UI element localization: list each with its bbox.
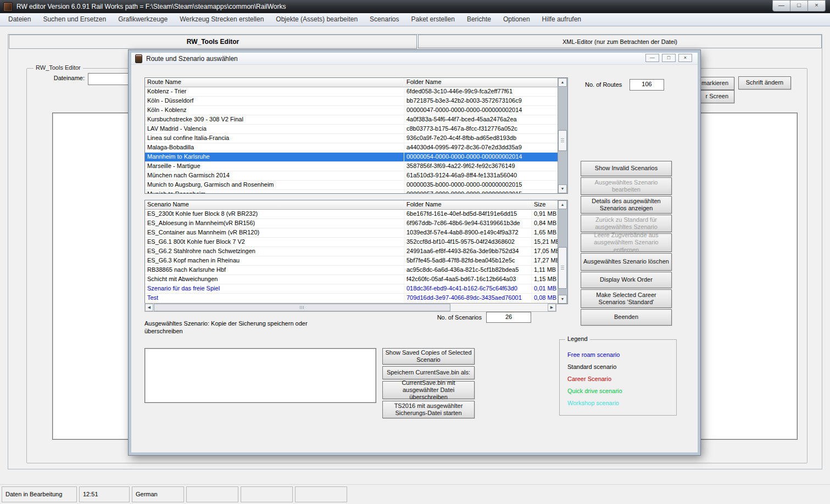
dialog-minimize-icon[interactable]: — — [645, 54, 659, 62]
scenario-list-scrollbar[interactable]: ▲ ▼ — [558, 200, 567, 304]
table-row[interactable]: ES_G6.3 Kopf machen in Rheinau 5bf7fe45-… — [145, 256, 558, 266]
dialog-close-icon[interactable]: × — [678, 54, 692, 62]
legend-item: Quick drive scenario — [567, 385, 676, 397]
dialog-side-button[interactable]: Leere Zugverbände aus ausgewähltem Szena… — [581, 233, 672, 252]
scenario-size-cell: 17,27 MB — [532, 256, 558, 265]
scenario-size-cell: 0,08 MB — [532, 294, 558, 303]
table-row[interactable]: Munich to Augsburg, Garmisch and Rosenhe… — [145, 181, 558, 190]
scenario-folder-cell: 709d16dd-3e97-4066-89dc-3435aed76001 — [404, 294, 532, 303]
table-row[interactable]: Mannheim to Karlsruhe 00000054-0000-0000… — [145, 153, 558, 162]
dialog-maximize-icon[interactable]: □ — [662, 54, 676, 62]
dialog-content: Route Name Folder Name Koblenz - Trier 6… — [131, 65, 698, 452]
route-list-scrollbar[interactable]: ▲ ▼ — [558, 78, 567, 193]
table-row[interactable]: ES_Container aus Mannheim (vR BR120) 103… — [145, 228, 558, 238]
column-header-folder-name[interactable]: Folder Name — [404, 200, 532, 209]
menu-item[interactable]: Objekte (Assets) bearbeiten — [270, 13, 364, 26]
route-name-cell: München nach Garmisch 2014 — [145, 171, 404, 180]
table-row[interactable]: ES_G6.2 Stahlrohre nach Schwetzingen 249… — [145, 247, 558, 256]
dialog-side-button[interactable]: Ausgewähltes Szenario bearbeiten — [581, 177, 672, 195]
tab-xml-editor[interactable]: XML-Editor (nur zum Betrachten der Datei… — [418, 35, 822, 48]
table-row[interactable]: Test 709d16dd-3e97-4066-89dc-3435aed7600… — [145, 294, 558, 303]
menu-item[interactable]: Grafikwerkzeuge — [112, 13, 174, 26]
status-panel — [295, 486, 347, 502]
status-panel — [186, 486, 238, 502]
table-row[interactable]: Köln - Koblenz 00000047-0000-0000-0000-0… — [145, 106, 558, 115]
column-header-route-name[interactable]: Route Name — [145, 78, 404, 87]
menu-item[interactable]: Suchen und Ersetzen — [37, 13, 112, 26]
table-row[interactable]: ES_Abloesung in Mannheim(vR BR156) 6f967… — [145, 219, 558, 228]
dialog-side-button[interactable]: Ausgewähltes Szenario löschen — [581, 253, 672, 271]
route-name-cell: Mannheim to Karlsruhe — [145, 153, 404, 161]
legend-item: Career Scenario — [567, 373, 676, 385]
scrollbar-thumb[interactable] — [558, 130, 567, 151]
table-row[interactable]: ES_G6.1 800t Kohle fuer Block 7 V2 352cc… — [145, 238, 558, 247]
scenario-horizontal-scrollbar[interactable]: ◀ ▶ — [144, 303, 556, 312]
scrollbar-thumb[interactable] — [558, 247, 567, 289]
save-note: Ausgewähltes Szenario: Kopie der Sicheru… — [144, 320, 326, 335]
dialog-side-button[interactable]: Zurück zu Standard für ausgewähltes Szen… — [581, 215, 672, 232]
route-name-cell: Munich to Augsburg, Garmisch and Rosenhe… — [145, 181, 404, 189]
menu-item[interactable]: Hilfe aufrufen — [536, 13, 587, 26]
table-row[interactable]: Szenario für das freie Spiel 018dc36f-eb… — [145, 284, 558, 294]
minimize-icon[interactable]: — — [772, 0, 790, 12]
menu-item[interactable]: Scenarios — [364, 13, 405, 26]
menu-item[interactable]: Dateien — [2, 13, 37, 26]
table-row[interactable]: ES_2300t Kohle fuer Block 8 (vR BR232) 6… — [145, 210, 558, 219]
status-panel: Daten in Bearbeitung — [2, 486, 77, 502]
scroll-left-icon[interactable]: ◀ — [145, 304, 153, 311]
dialog-side-button[interactable]: Make Selected Career Scenarios 'Standard… — [581, 289, 672, 308]
table-row[interactable]: Munich to Rosenheim 00000057-0000-0000-0… — [145, 190, 558, 193]
dialog-side-button[interactable]: Display Work Order — [581, 272, 672, 288]
route-folder-cell: c8b03773-b175-467a-8fcc-f312776a052c — [404, 125, 558, 133]
scroll-up-icon[interactable]: ▲ — [558, 78, 567, 87]
dialog-center-button[interactable]: TS2016 mit ausgewählter Sicherungs-Datei… — [382, 401, 475, 418]
table-row[interactable]: RB38865 nach Karlsruhe Hbf ac95c8dc-6a6d… — [145, 266, 558, 275]
route-name-cell: Koblenz - Trier — [145, 87, 404, 96]
table-row[interactable]: Schicht mit Abweichungen f42c60fc-05af-4… — [145, 275, 558, 284]
table-row[interactable]: Kursbuchstrecke 309 - 308 V2 Final 4a0f3… — [145, 115, 558, 125]
dialog-center-button[interactable]: CurrentSave.bin mit ausgewählter Datei ü… — [382, 381, 475, 399]
menu-item[interactable]: Werkzeug Strecken erstellen — [174, 13, 270, 26]
scroll-down-icon[interactable]: ▼ — [558, 295, 567, 304]
route-name-cell: LAV Madrid - Valencia — [145, 125, 404, 133]
legend-box: Legend Free roam scenarioStandard scenar… — [559, 339, 677, 416]
table-row[interactable]: Malaga-Bobadilla a44030d4-0995-4972-8c36… — [145, 143, 558, 153]
dialog-side-button[interactable]: Beenden — [581, 309, 672, 326]
route-name-cell: Munich to Rosenheim — [145, 190, 404, 193]
routes-count-field[interactable]: 106 — [630, 79, 664, 91]
menu-item[interactable]: Berichte — [461, 13, 497, 26]
dialog-side-button[interactable]: Details des ausgewählten Szenarios anzei… — [581, 196, 672, 214]
menu-item[interactable]: Optionen — [497, 13, 536, 26]
close-icon[interactable]: × — [808, 0, 826, 12]
legend-item: Free roam scenario — [567, 349, 676, 361]
dialog-center-button[interactable]: Speichern CurrentSave.bin als: — [382, 366, 475, 379]
scroll-right-icon[interactable]: ▶ — [548, 304, 556, 311]
table-row[interactable]: Linea sul confine Italia-Francia 936c0a9… — [145, 134, 558, 143]
table-row[interactable]: München nach Garmisch 2014 61a510d3-9124… — [145, 171, 558, 181]
column-header-size[interactable]: Size — [532, 200, 558, 209]
dialog-titlebar: Route und Szenario auswählen — □ × — [131, 53, 698, 65]
menu-item[interactable]: Paket erstellen — [405, 13, 460, 26]
table-row[interactable]: Köln - Düsseldorf bb721875-b3e3-42b2-b00… — [145, 97, 558, 106]
scrollbar-thumb[interactable] — [154, 304, 450, 311]
maximize-icon[interactable]: □ — [790, 0, 808, 12]
scroll-down-icon[interactable]: ▼ — [558, 184, 567, 193]
column-header-scenario-name[interactable]: Scenario Name — [145, 200, 404, 209]
column-header-folder-name[interactable]: Folder Name — [404, 78, 558, 87]
table-row[interactable]: Koblenz - Trier 6fded058-3c10-446e-99c9-… — [145, 87, 558, 97]
scenario-action-buttons: Show Invalid ScenariosAusgewähltes Szena… — [581, 161, 672, 326]
window-titlebar: RW editor Version 6.0.91 Rail Works path… — [0, 0, 830, 13]
scenario-size-cell: 15,21 MB — [532, 238, 558, 247]
saved-copies-box[interactable] — [144, 348, 376, 403]
dialog-side-button[interactable]: Show Invalid Scenarios — [581, 161, 672, 176]
legend-title: Legend — [565, 335, 590, 342]
scenarios-count-field[interactable]: 26 — [486, 312, 531, 323]
scroll-up-icon[interactable]: ▲ — [558, 200, 567, 209]
dialog-center-button[interactable]: Show Saved Copies of Selected Scenario — [382, 348, 475, 365]
route-folder-cell: 00000047-0000-0000-0000-000000002014 — [404, 106, 558, 115]
table-row[interactable]: Marseille - Martigue 3587856f-3f69-4a22-… — [145, 162, 558, 171]
table-row[interactable]: LAV Madrid - Valencia c8b03773-b175-467a… — [145, 125, 558, 134]
tab-rw-tools-editor[interactable]: RW_Tools Editor — [9, 35, 417, 49]
route-name-cell: Kursbuchstrecke 309 - 308 V2 Final — [145, 115, 404, 124]
schrift-aendern-button[interactable]: Schrift ändern — [738, 76, 791, 89]
